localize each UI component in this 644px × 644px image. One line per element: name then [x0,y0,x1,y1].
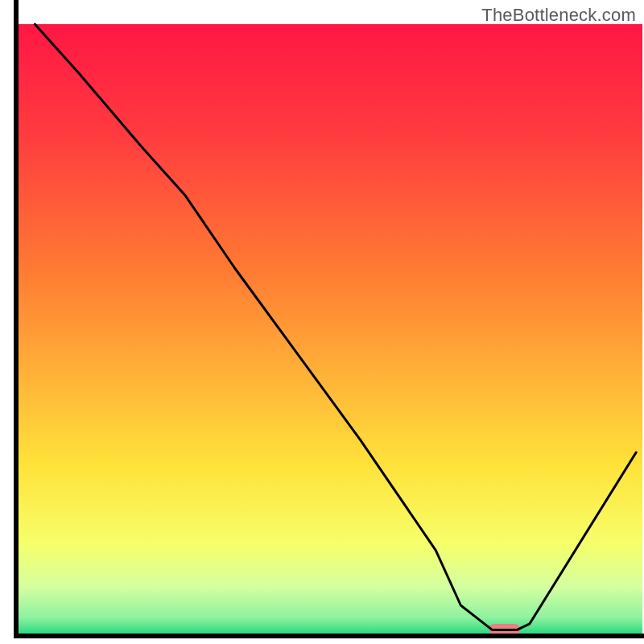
bottleneck-chart [0,0,644,644]
chart-container: TheBottleneck.com [0,0,644,644]
gradient-background [16,24,642,636]
watermark-text: TheBottleneck.com [481,5,636,26]
